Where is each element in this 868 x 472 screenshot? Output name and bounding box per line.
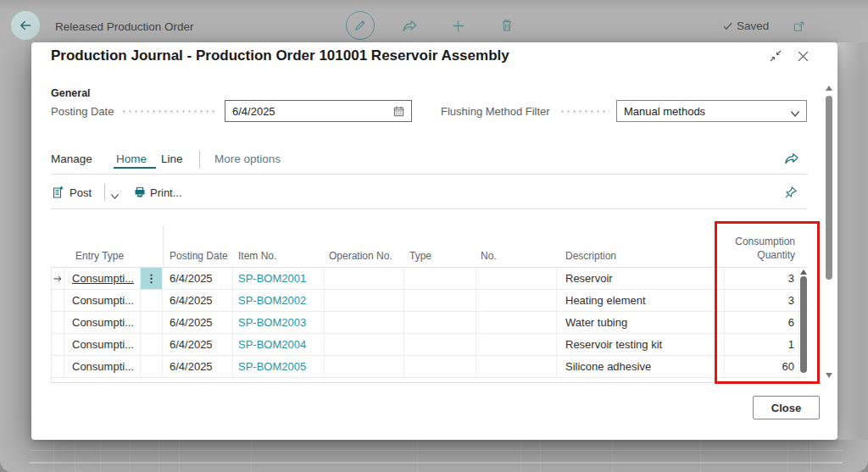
- type-cell[interactable]: [404, 290, 476, 311]
- description-cell[interactable]: Silicone adhesive: [557, 356, 725, 377]
- no-cell[interactable]: [476, 268, 557, 289]
- leader-dots: [561, 110, 609, 113]
- share-icon: [784, 151, 799, 166]
- edit-button[interactable]: [346, 11, 375, 40]
- description-cell[interactable]: Water tubing: [557, 312, 725, 333]
- print-button[interactable]: Print...: [150, 186, 182, 199]
- col-item-no[interactable]: Item No.: [233, 225, 325, 267]
- close-dialog-button[interactable]: [795, 48, 810, 64]
- pencil-icon: [353, 18, 368, 33]
- page-shade: [837, 42, 868, 440]
- journal-line-row[interactable]: Consumpti... 6/4/2025 SP-BOM2005 Silicon…: [51, 356, 808, 378]
- chevron-down-icon: [790, 108, 800, 120]
- col-description[interactable]: Description: [557, 225, 725, 267]
- operation-no-cell[interactable]: [325, 290, 404, 311]
- check-icon: [722, 20, 733, 31]
- post-button[interactable]: Post: [70, 186, 92, 199]
- journal-lines-grid: Entry Type Posting Date Item No. Operati…: [51, 225, 808, 383]
- partial-row: [51, 378, 808, 383]
- journal-line-row[interactable]: Consumpti... 6/4/2025 SP-BOM2002 Heating…: [51, 290, 808, 312]
- item-no-link[interactable]: SP-BOM2002: [238, 294, 306, 307]
- description-cell[interactable]: Heating element: [557, 290, 725, 311]
- type-cell[interactable]: [404, 268, 476, 289]
- col-entry-type[interactable]: Entry Type: [64, 225, 141, 267]
- dialog-scrollbar-up[interactable]: [826, 86, 832, 91]
- item-no-link[interactable]: SP-BOM2003: [238, 316, 306, 329]
- close-button[interactable]: Close: [753, 396, 820, 419]
- plus-icon: [451, 19, 465, 33]
- col-no[interactable]: No.: [476, 225, 557, 267]
- entry-type-cell[interactable]: Consumpti...: [64, 290, 141, 311]
- current-row-arrow-icon: [53, 274, 63, 284]
- entry-type-cell[interactable]: Consumpti...: [64, 312, 141, 333]
- pin-off-icon: [784, 186, 798, 199]
- entry-type-cell[interactable]: Consumpti...: [72, 272, 134, 285]
- posting-date-cell[interactable]: 6/4/2025: [163, 268, 233, 289]
- journal-line-row[interactable]: Consumpti... 6/4/2025 SP-BOM2003 Water t…: [51, 312, 808, 334]
- operation-no-cell[interactable]: [325, 356, 404, 377]
- posting-date-cell[interactable]: 6/4/2025: [163, 356, 233, 377]
- entry-type-cell[interactable]: Consumpti...: [64, 334, 141, 355]
- posting-date-cell[interactable]: 6/4/2025: [163, 312, 233, 333]
- operation-no-cell[interactable]: [325, 268, 404, 289]
- delete-button[interactable]: [492, 11, 521, 40]
- flushing-method-filter-label: Flushing Method Filter: [441, 105, 550, 118]
- posting-date-label: Posting Date: [51, 105, 114, 118]
- description-cell[interactable]: Reservoir: [557, 268, 725, 289]
- divider: [51, 174, 808, 175]
- type-cell[interactable]: [404, 334, 476, 355]
- entry-type-cell[interactable]: Consumpti...: [64, 356, 141, 377]
- trash-icon: [499, 18, 515, 33]
- no-cell[interactable]: [476, 290, 557, 311]
- flushing-method-filter-select[interactable]: Manual methods: [616, 100, 807, 122]
- close-icon: [796, 49, 810, 64]
- grid-header-row: Entry Type Posting Date Item No. Operati…: [51, 225, 808, 268]
- post-dropdown-button[interactable]: [110, 188, 120, 203]
- more-options-button[interactable]: More options: [214, 153, 281, 165]
- journal-line-row[interactable]: Consumpti... 6/4/2025 SP-BOM2004 Reservo…: [51, 334, 808, 356]
- item-no-link[interactable]: SP-BOM2001: [238, 272, 306, 285]
- no-cell[interactable]: [476, 312, 557, 333]
- operation-no-cell[interactable]: [325, 334, 404, 355]
- minimize-button[interactable]: [768, 48, 783, 64]
- row-options-button[interactable]: ⋮: [141, 268, 163, 289]
- tab-manage[interactable]: Manage: [51, 153, 92, 165]
- share-menu-button[interactable]: [784, 151, 799, 169]
- dialog-scrollbar-thumb[interactable]: [826, 96, 832, 280]
- calendar-icon[interactable]: [392, 105, 405, 120]
- active-tab-underline: [114, 167, 156, 169]
- share-button[interactable]: [395, 11, 424, 40]
- type-cell[interactable]: [404, 356, 476, 377]
- col-type[interactable]: Type: [404, 225, 476, 267]
- col-operation-no[interactable]: Operation No.: [325, 225, 404, 267]
- posting-date-cell[interactable]: 6/4/2025: [163, 334, 233, 355]
- new-button[interactable]: [443, 11, 472, 40]
- post-icon: [51, 186, 64, 203]
- no-cell[interactable]: [476, 334, 557, 355]
- open-in-new-window-icon: [793, 20, 805, 33]
- dialog-scrollbar-down[interactable]: [826, 373, 832, 378]
- toolbar-divider: [104, 184, 105, 201]
- print-icon: [133, 186, 147, 203]
- open-in-new-window-button[interactable]: [784, 12, 813, 41]
- col-posting-date[interactable]: Posting Date: [163, 225, 233, 267]
- tab-line[interactable]: Line: [161, 153, 183, 165]
- posting-date-cell[interactable]: 6/4/2025: [163, 290, 233, 311]
- description-cell[interactable]: Reservoir testing kit: [557, 334, 725, 355]
- operation-no-cell[interactable]: [325, 312, 404, 333]
- no-cell[interactable]: [476, 356, 557, 377]
- general-section-label: General: [51, 87, 91, 99]
- back-button[interactable]: [11, 11, 40, 40]
- highlight-rectangle: [715, 221, 820, 384]
- tab-home[interactable]: Home: [116, 153, 147, 165]
- item-no-link[interactable]: SP-BOM2004: [238, 338, 306, 351]
- type-cell[interactable]: [404, 312, 476, 333]
- leader-dots: [123, 110, 218, 113]
- journal-line-row[interactable]: Consumpti... ⋮ 6/4/2025 SP-BOM2001 Reser…: [51, 268, 808, 290]
- unpin-button[interactable]: [784, 186, 798, 203]
- item-no-link[interactable]: SP-BOM2005: [238, 360, 306, 373]
- posting-date-input[interactable]: 6/4/2025: [225, 100, 412, 122]
- header-divider: [163, 225, 164, 268]
- background-page-title: Released Production Order: [55, 20, 194, 33]
- screen: Released Production Order Saved: [0, 0, 868, 472]
